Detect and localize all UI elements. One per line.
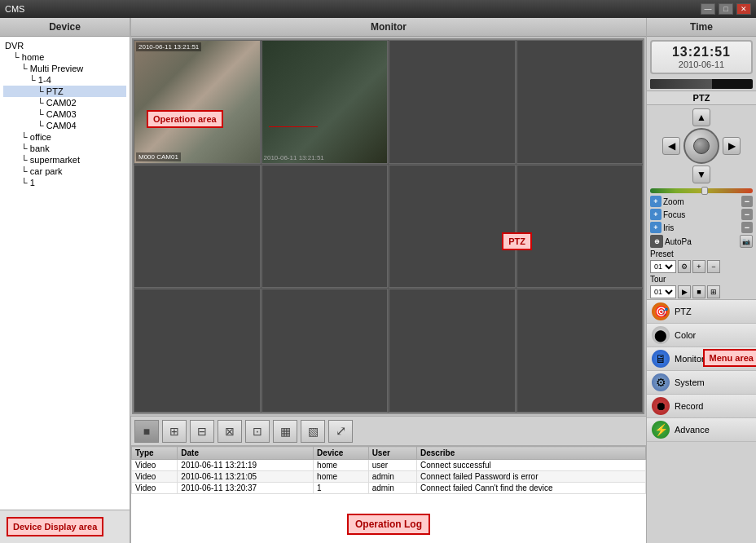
tree-item[interactable]: └ CAM03 [3, 108, 126, 120]
ptz-autopa-row: ⊕ AutoPa 📷 [647, 234, 756, 249]
close-button[interactable]: ✕ [736, 3, 751, 15]
menu-record-label: Record [675, 401, 703, 411]
view-4x4c-button[interactable]: ▧ [301, 420, 325, 443]
date-text: 2010-06-11 [655, 60, 748, 69]
tree-item[interactable]: └ CAM02 [3, 97, 126, 108]
tree-item[interactable]: └ 1 [3, 177, 126, 188]
video-cell-3[interactable] [389, 40, 516, 164]
autopa-icon-button[interactable]: 📷 [740, 235, 753, 248]
tree-item[interactable]: └ CAM04 [3, 120, 126, 131]
preset-del-button[interactable]: − [707, 260, 720, 273]
log-col-date: Date [178, 447, 314, 460]
tree-item[interactable]: └ Multi Preview [3, 63, 126, 74]
video-cell-10[interactable] [262, 289, 389, 413]
preset-add-button[interactable]: + [692, 260, 705, 273]
ptz-left-button[interactable]: ◀ [662, 137, 680, 155]
menu-system-button[interactable]: ⚙ System [647, 371, 756, 395]
tree-item[interactable]: └ car park [3, 166, 126, 177]
log-col-type: Type [132, 447, 178, 460]
tour-select[interactable]: 0102 [650, 285, 676, 298]
video-cell-5[interactable] [134, 165, 261, 289]
menu-color-button[interactable]: ⬤ Color [647, 324, 756, 347]
preset-set-button[interactable]: ⚙ [678, 260, 691, 273]
ptz-up-button[interactable]: ▲ [692, 108, 710, 126]
ptz-row-middle: ◀ ▶ [662, 126, 741, 166]
log-row: Video2010-06-11 13:21:05homeadminConnect… [132, 471, 646, 483]
focus-plus-button[interactable]: + [650, 209, 662, 220]
menu-color-icon: ⬤ [652, 326, 670, 344]
maximize-button[interactable]: □ [719, 3, 733, 15]
log-cell-date: 2010-06-11 13:21:19 [178, 460, 314, 471]
autopa-label: AutoPa [665, 237, 738, 246]
view-3x3b-button[interactable]: ⊠ [218, 420, 242, 443]
ptz-right-button[interactable]: ▶ [723, 137, 741, 155]
disk-status-fill [650, 79, 712, 89]
view-toolbar: ■ ⊞ ⊟ ⊠ ⊡ ▦ ▧ ⤢ [130, 416, 646, 445]
video-area-wrapper: M000 CAM01 2010-06-11 13:21:51 2010-06-1… [130, 37, 646, 416]
right-panel-header: Time [647, 18, 756, 37]
app-title: CMS [5, 4, 24, 14]
tree-item[interactable]: └ 1-4 [3, 74, 126, 86]
device-panel: Device DVR└ home└ Multi Preview└ 1-4└ PT… [0, 18, 130, 543]
tree-item[interactable]: DVR [3, 40, 126, 51]
fullscreen-button[interactable]: ⤢ [328, 420, 353, 443]
menu-record-icon: ⏺ [652, 397, 670, 415]
video-cell-4[interactable] [516, 40, 644, 164]
tree-item[interactable]: └ bank [3, 143, 126, 154]
tree-item[interactable]: └ supermarket [3, 154, 126, 166]
speed-slider-area [647, 187, 756, 195]
disk-status-bar [650, 79, 753, 89]
video-cell-11[interactable] [389, 289, 516, 413]
log-cell-type: Video [132, 460, 178, 471]
video-cell-1[interactable]: M000 CAM01 2010-06-11 13:21:51 [134, 40, 261, 164]
device-display-label: Device Display area [7, 517, 103, 536]
tour-grid-button[interactable]: ⊞ [707, 285, 720, 298]
menu-record-button[interactable]: ⏺ Record [647, 395, 756, 418]
menu-advance-button[interactable]: ⚡ Advance [647, 418, 756, 442]
video-cell-7[interactable] [389, 165, 516, 289]
view-3x3a-button[interactable]: ⊟ [190, 420, 214, 443]
log-area: Type Date Device User Describe Video2010… [130, 445, 646, 543]
view-2x2-button[interactable]: ⊞ [162, 420, 187, 443]
tree-item[interactable]: └ home [3, 51, 126, 63]
zoom-plus-button[interactable]: + [650, 196, 662, 207]
view-1x1-button[interactable]: ■ [134, 420, 159, 443]
ptz-section-label: PTZ [647, 90, 756, 105]
menu-ptz-button[interactable]: 🎯 PTZ [647, 300, 756, 324]
ptz-row-top: ▲ [673, 108, 730, 126]
speed-thumb[interactable] [701, 187, 708, 195]
menu-color-label: Color [675, 330, 696, 340]
tree-item[interactable]: └ office [3, 131, 126, 143]
preset-section: Preset [647, 249, 756, 259]
video-cell-9[interactable] [134, 289, 261, 413]
video-cell-6[interactable] [262, 165, 389, 289]
video-cell-2[interactable]: 2010-06-11 13:21:51 [262, 40, 389, 164]
iris-minus-button[interactable]: − [741, 222, 753, 233]
tour-stop-button[interactable]: ■ [692, 285, 705, 298]
tour-play-button[interactable]: ▶ [678, 285, 691, 298]
focus-minus-button[interactable]: − [741, 209, 753, 220]
menu-advance-icon: ⚡ [652, 421, 670, 439]
view-4x4b-button[interactable]: ▦ [273, 420, 297, 443]
video-cell-8[interactable] [516, 165, 644, 289]
ptz-center-button[interactable] [683, 128, 719, 164]
video-cell-12[interactable] [516, 289, 644, 413]
autopa-button[interactable]: ⊕ [650, 235, 663, 248]
tree-item[interactable]: └ PTZ [3, 86, 126, 97]
log-cell-date: 2010-06-11 13:20:37 [178, 483, 314, 494]
iris-plus-button[interactable]: + [650, 222, 662, 233]
ptz-down-button[interactable]: ▼ [692, 166, 710, 183]
log-cell-device: 1 [314, 483, 369, 494]
zoom-minus-button[interactable]: − [741, 196, 753, 207]
minimize-button[interactable]: — [701, 3, 715, 15]
window-controls: — □ ✕ [701, 3, 751, 15]
log-col-device: Device [314, 447, 369, 460]
device-panel-header: Device [0, 18, 130, 37]
menu-ptz-label: PTZ [675, 307, 692, 316]
menu-ptz-icon: 🎯 [652, 302, 670, 320]
view-4x4a-button[interactable]: ⊡ [245, 420, 270, 443]
time-text: 13:21:51 [655, 45, 748, 60]
preset-select[interactable]: 010203 [650, 260, 676, 273]
device-tree: DVR└ home└ Multi Preview└ 1-4└ PTZ└ CAM0… [0, 37, 130, 510]
speed-slider[interactable] [650, 188, 753, 193]
